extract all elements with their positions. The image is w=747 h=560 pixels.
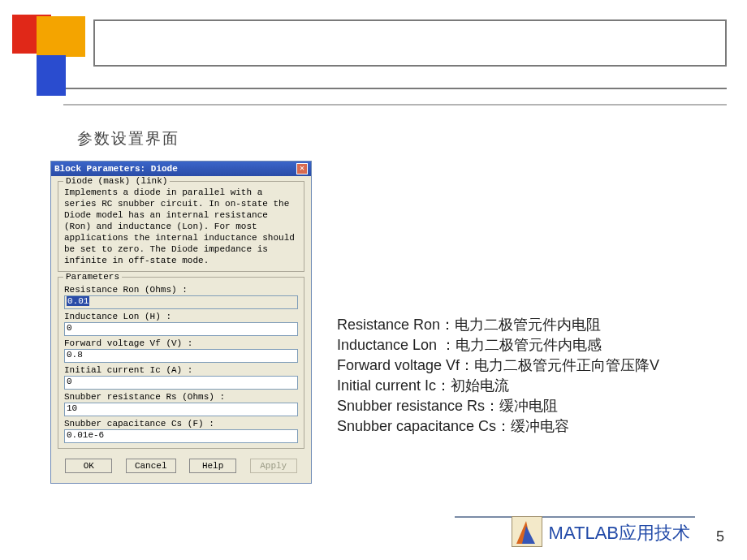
explain-line: Forward voltage Vf：电力二极管元件正向管压降V [337,355,659,376]
matlab-logo-icon [512,516,542,547]
block-parameters-dialog: Block Parameters: Diode ✕ Diode (mask) (… [50,161,312,484]
slide-footer: MATLAB应用技术 [512,516,690,547]
param-row: Snubber capacitance Cs (F) : 0.01e-6 [64,419,298,443]
mask-legend: Diode (mask) (link) [63,176,170,186]
explain-line: Inductance Lon ：电力二极管元件内电感 [337,335,659,355]
dialog-parameters-group: Parameters Resistance Ron (Ohms) : 0.01 … [58,277,304,449]
param-label: Forward voltage Vf (V) : [64,338,298,348]
page-number: 5 [716,528,724,545]
help-button[interactable]: Help [189,459,236,473]
slide-header [12,6,727,112]
dialog-titlebar[interactable]: Block Parameters: Diode ✕ [51,162,311,176]
param-row: Inductance Lon (H) : 0 [64,312,298,336]
parameter-explanations: Resistance Ron：电力二极管元件内电阻 Inductance Lon… [337,315,659,437]
explain-line: Snubber capacitance Cs：缓冲电容 [337,416,659,437]
ok-button[interactable]: OK [65,459,112,473]
explain-line: Resistance Ron：电力二极管元件内电阻 [337,315,659,335]
param-input-ic[interactable]: 0 [64,376,298,390]
dialog-button-row: OK Cancel Help Apply [58,454,304,480]
explain-line: Initial current Ic：初始电流 [337,376,659,396]
param-row: Initial current Ic (A) : 0 [64,365,298,390]
param-label: Inductance Lon (H) : [64,312,298,321]
header-ornament [12,6,85,80]
param-input-lon[interactable]: 0 [64,322,298,336]
dialog-mask-group: Diode (mask) (link) Implements a diode i… [58,181,304,272]
param-label: Snubber capacitance Cs (F) : [64,419,298,429]
cancel-button[interactable]: Cancel [126,459,176,473]
dialog-description: Implements a diode in parallel with a se… [64,187,298,266]
parameters-legend: Parameters [63,272,122,282]
apply-button: Apply [250,459,297,473]
param-input-ron[interactable]: 0.01 [64,295,298,309]
footer-text: MATLAB应用技术 [549,521,690,547]
param-row: Resistance Ron (Ohms) : 0.01 [64,285,298,309]
param-input-cs[interactable]: 0.01e-6 [64,429,298,443]
param-input-rs[interactable]: 10 [64,403,298,416]
slide-title-bar [93,19,727,67]
param-row: Forward voltage Vf (V) : 0.8 [64,338,298,363]
explain-line: Snubber resistance Rs：缓冲电阻 [337,396,659,416]
param-row: Snubber resistance Rs (Ohms) : 10 [64,392,298,416]
param-label: Snubber resistance Rs (Ohms) : [64,392,298,402]
param-label: Initial current Ic (A) : [64,365,298,375]
close-icon[interactable]: ✕ [296,163,308,174]
slide-subtitle: 参数设置界面 [77,128,179,149]
param-input-vf[interactable]: 0.8 [64,349,298,363]
param-label: Resistance Ron (Ohms) : [64,285,298,295]
dialog-title-text: Block Parameters: Diode [54,164,178,174]
